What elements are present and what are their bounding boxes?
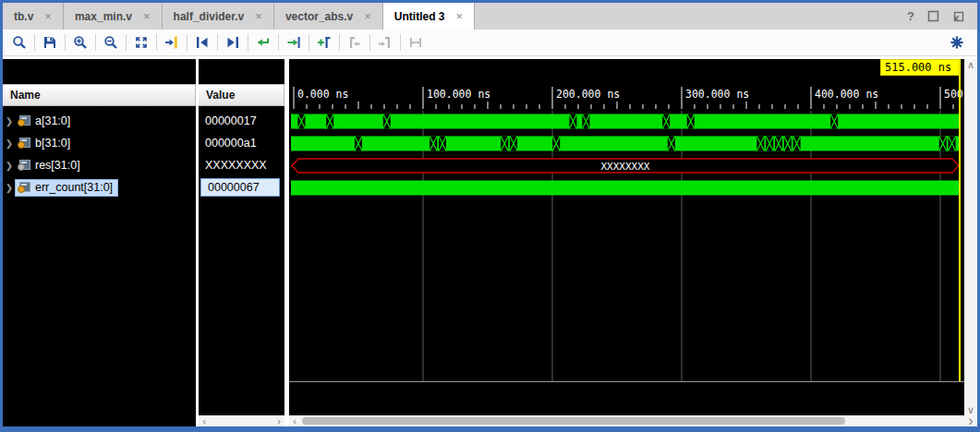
svg-text:400.000 ns: 400.000 ns bbox=[815, 88, 878, 101]
swap-cursors-icon[interactable] bbox=[405, 32, 427, 53]
tab-close-icon[interactable]: × bbox=[362, 10, 373, 22]
tab-close-icon[interactable]: × bbox=[454, 10, 466, 22]
time-cursor-line[interactable] bbox=[959, 59, 961, 381]
scroll-right-icon[interactable]: › bbox=[964, 415, 977, 426]
zoom-in-icon[interactable] bbox=[69, 32, 91, 53]
search-icon[interactable] bbox=[8, 32, 30, 53]
scroll-up-icon[interactable]: ∧ bbox=[965, 59, 976, 70]
tab-vector-abs-v[interactable]: vector_abs.v× bbox=[274, 3, 383, 30]
tab-untitled-3[interactable]: Untitled 3× bbox=[383, 3, 475, 30]
zoom-fit-icon[interactable] bbox=[130, 32, 152, 53]
signal-value: XXXXXXXX bbox=[199, 159, 267, 172]
svg-text:300.000 ns: 300.000 ns bbox=[685, 88, 749, 101]
wave-a-31-0-[interactable] bbox=[289, 114, 964, 129]
signal-row-res-31-0-[interactable]: ❯res[31:0] bbox=[3, 154, 196, 176]
previous-marker-icon[interactable] bbox=[344, 32, 366, 53]
tab-bar: tb.v×max_min.v×half_divider.v×vector_abs… bbox=[3, 3, 977, 30]
zoom-out-icon[interactable] bbox=[100, 32, 122, 53]
toolbar-separator bbox=[309, 34, 309, 51]
vertical-scrollbar[interactable]: ∧ ∨ bbox=[964, 59, 977, 415]
expand-chevron-icon[interactable]: ❯ bbox=[3, 116, 16, 126]
svg-text:0.000 ns: 0.000 ns bbox=[297, 88, 348, 101]
value-row-b-31-0-[interactable]: 000000a1 bbox=[199, 132, 284, 154]
wave-toolbar bbox=[3, 30, 977, 56]
signal-name-label: res[31:0] bbox=[35, 158, 85, 174]
zoom-to-cursor-icon[interactable] bbox=[161, 32, 183, 53]
svg-text:100.000 ns: 100.000 ns bbox=[427, 88, 490, 101]
float-icon[interactable] bbox=[927, 10, 939, 22]
scroll-right-icon[interactable]: › bbox=[273, 415, 284, 426]
selected-value-box[interactable]: 00000067 bbox=[200, 178, 280, 197]
scroll-left-icon[interactable]: ‹ bbox=[199, 415, 210, 426]
tab-label: Untitled 3 bbox=[394, 10, 445, 23]
tab-max-min-v[interactable]: max_min.v× bbox=[64, 3, 163, 30]
value-row-a-31-0-[interactable]: 00000017 bbox=[199, 110, 284, 132]
toolbar-separator bbox=[369, 34, 370, 51]
wave-scroll-track[interactable] bbox=[300, 415, 964, 426]
tab-close-icon[interactable]: × bbox=[42, 10, 54, 22]
tab-close-icon[interactable]: × bbox=[253, 10, 264, 22]
signal-value: 000000a1 bbox=[199, 137, 257, 150]
wave-res-31-0-[interactable]: XXXXXXXX bbox=[289, 158, 964, 174]
cursor-time-badge: 515.000 ns bbox=[880, 59, 960, 76]
signal-row-b-31-0-[interactable]: ❯b[31:0] bbox=[3, 132, 196, 154]
toolbar-separator bbox=[156, 34, 157, 51]
go-to-time-zero-icon[interactable] bbox=[252, 32, 274, 53]
wave-err_count-31-0-[interactable] bbox=[289, 180, 964, 196]
scroll-left-icon[interactable]: ‹ bbox=[289, 415, 300, 426]
settings-gear-icon[interactable] bbox=[946, 32, 968, 53]
value-column-header[interactable]: Value bbox=[199, 84, 284, 106]
help-icon[interactable]: ? bbox=[907, 9, 914, 23]
bus-signal-icon bbox=[18, 182, 30, 193]
bus-signal-icon bbox=[18, 115, 30, 126]
dock-icon[interactable] bbox=[952, 10, 964, 22]
save-icon[interactable] bbox=[39, 32, 61, 53]
tab-label: tb.v bbox=[14, 10, 33, 23]
value-row-res-31-0-[interactable]: XXXXXXXX bbox=[199, 154, 284, 176]
wave-b-31-0-[interactable] bbox=[289, 136, 964, 151]
tab-label: max_min.v bbox=[75, 10, 132, 23]
expand-chevron-icon[interactable]: ❯ bbox=[3, 161, 16, 171]
wave-scroll-thumb[interactable] bbox=[302, 417, 845, 425]
name-column-header[interactable]: Name bbox=[3, 84, 196, 106]
tab-label: vector_abs.v bbox=[285, 10, 353, 23]
tab-close-icon[interactable]: × bbox=[141, 10, 152, 22]
waveform-canvas[interactable]: 0.000 ns100.000 ns200.000 ns300.000 ns40… bbox=[289, 59, 964, 415]
signal-row-a-31-0-[interactable]: ❯a[31:0] bbox=[3, 110, 196, 132]
previous-transition-icon[interactable] bbox=[191, 32, 213, 53]
signal-name-label: b[31:0] bbox=[35, 136, 75, 151]
toolbar-separator bbox=[34, 34, 35, 51]
wave-window: tb.v×max_min.v×half_divider.v×vector_abs… bbox=[0, 0, 980, 432]
signal-name-label: a[31:0] bbox=[35, 114, 75, 129]
svg-text:200.000 ns: 200.000 ns bbox=[556, 88, 620, 101]
window-controls: ? bbox=[907, 3, 977, 30]
add-marker-icon[interactable] bbox=[313, 32, 335, 53]
expand-chevron-icon[interactable]: ❯ bbox=[3, 138, 16, 149]
bus-signal-icon bbox=[18, 138, 30, 149]
go-to-last-time-icon[interactable] bbox=[283, 32, 305, 53]
wave-plot-bottom-border bbox=[289, 381, 964, 382]
value-scroll-track[interactable] bbox=[210, 415, 273, 426]
wave-horizontal-scrollbar[interactable]: ‹ bbox=[289, 415, 964, 426]
signal-row-err_count-31-0-[interactable]: ❯err_count[31:0] bbox=[3, 176, 196, 198]
value-header-label: Value bbox=[199, 89, 235, 102]
tab-half-divider-v[interactable]: half_divider.v× bbox=[163, 3, 274, 30]
toolbar-separator bbox=[187, 34, 188, 51]
toolbar-separator bbox=[126, 34, 127, 51]
next-transition-icon[interactable] bbox=[222, 32, 244, 53]
value-horizontal-scrollbar[interactable]: ‹ › bbox=[199, 415, 284, 426]
expand-chevron-icon[interactable]: ❯ bbox=[3, 183, 16, 193]
toolbar-separator bbox=[248, 34, 248, 51]
svg-text:500.000 ns: 500.000 ns bbox=[944, 88, 964, 101]
time-ruler[interactable]: 0.000 ns100.000 ns200.000 ns300.000 ns40… bbox=[289, 59, 964, 111]
signal-name-wrap: err_count[31:0] bbox=[16, 180, 117, 196]
tab-tb-v[interactable]: tb.v× bbox=[3, 3, 64, 30]
value-row-err_count-31-0-[interactable]: 00000067 bbox=[199, 176, 284, 198]
next-marker-icon[interactable] bbox=[374, 32, 396, 53]
toolbar-separator bbox=[400, 34, 401, 51]
signal-value: 00000017 bbox=[199, 114, 257, 127]
toolbar-separator bbox=[339, 34, 340, 51]
signal-name-wrap: res[31:0] bbox=[16, 158, 85, 174]
signal-name-wrap: a[31:0] bbox=[16, 114, 75, 129]
wave-viewer-main: Name ❯a[31:0]❯b[31:0]❯res[31:0]❯err_coun… bbox=[3, 56, 977, 426]
